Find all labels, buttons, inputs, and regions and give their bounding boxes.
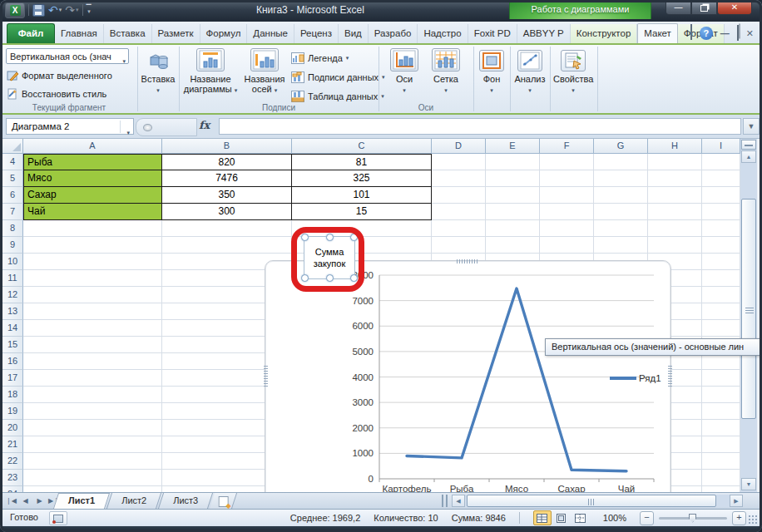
grid-cell[interactable] — [540, 237, 594, 254]
row-header[interactable]: 19 — [2, 403, 23, 420]
axes-button[interactable]: Оси▾ — [388, 48, 421, 96]
column-header[interactable]: I — [702, 139, 740, 154]
ribbon-tab[interactable]: Данные — [247, 24, 294, 43]
grid-cell[interactable] — [648, 170, 702, 187]
grid-cell[interactable] — [702, 220, 740, 237]
zoom-in-button[interactable]: + — [732, 511, 746, 525]
sheet-tab[interactable]: Лист3 — [158, 493, 213, 509]
grid-cell[interactable]: 350 — [162, 187, 292, 204]
grid-cell[interactable] — [648, 204, 702, 220]
grid-cell[interactable] — [702, 320, 740, 337]
undo-button[interactable]: ↶▾ — [48, 2, 62, 17]
scroll-left-arrow[interactable]: ◀ — [452, 495, 465, 507]
grid-cell[interactable] — [23, 387, 162, 403]
resize-handle-top[interactable] — [457, 259, 478, 264]
zoom-slider[interactable] — [659, 517, 727, 520]
grid-cell[interactable] — [23, 220, 162, 237]
grid-cell[interactable]: 81 — [292, 154, 432, 170]
grid-cell[interactable] — [540, 170, 594, 187]
grid-cell[interactable] — [702, 420, 740, 436]
grid-cell[interactable] — [702, 270, 740, 287]
grid-cell[interactable] — [648, 237, 702, 254]
grid-cell[interactable] — [702, 470, 740, 486]
grid-cell[interactable] — [23, 303, 162, 320]
grid-cell[interactable] — [432, 170, 486, 187]
horizontal-scrollbar[interactable] — [465, 495, 730, 507]
grid-cell[interactable] — [648, 154, 702, 170]
minimize-button[interactable]: — — [666, 0, 691, 15]
row-header[interactable]: 18 — [2, 387, 23, 403]
row-header[interactable]: 12 — [2, 287, 23, 303]
grid-cell[interactable] — [162, 237, 292, 254]
formula-input[interactable] — [219, 118, 741, 135]
grid-cell[interactable] — [702, 353, 740, 370]
axis-titles-button[interactable]: Названия осей ▾ — [240, 48, 289, 96]
row-header[interactable]: 4 — [2, 154, 23, 170]
grid-cell[interactable] — [486, 220, 540, 237]
ribbon-tab[interactable]: Вид — [339, 24, 369, 43]
grid-cell[interactable] — [702, 187, 740, 204]
column-header[interactable]: F — [540, 139, 594, 154]
tab-split-handle[interactable] — [442, 495, 448, 507]
ribbon-tab[interactable]: ABBYY P — [517, 24, 571, 43]
tab-file[interactable]: Файл — [7, 23, 55, 43]
resize-handle-right[interactable] — [668, 366, 672, 387]
grid-cell[interactable] — [594, 220, 648, 237]
workbook-restore-button[interactable] — [737, 26, 739, 41]
collapse-ribbon-button[interactable] — [690, 26, 692, 41]
vertical-scroll-thumb[interactable] — [741, 199, 756, 419]
grid-cell[interactable] — [432, 237, 486, 254]
grid-cell[interactable]: 820 — [162, 154, 292, 170]
grid-cell[interactable] — [23, 453, 162, 470]
ribbon-tab[interactable]: Главная — [55, 24, 104, 43]
grid-cell[interactable] — [702, 403, 740, 420]
grid-cell[interactable] — [702, 303, 740, 320]
grid-cell[interactable] — [702, 486, 740, 492]
row-header[interactable]: 10 — [2, 254, 23, 270]
grid-cell[interactable] — [432, 220, 486, 237]
grid-cell[interactable] — [23, 353, 162, 370]
zoom-out-button[interactable]: − — [640, 511, 654, 525]
page-break-view-button[interactable] — [572, 510, 590, 525]
grid-cell[interactable] — [486, 204, 540, 220]
split-handle[interactable] — [741, 140, 756, 150]
column-header[interactable]: A — [23, 139, 162, 154]
grid-cell[interactable] — [702, 287, 740, 303]
row-header[interactable]: 9 — [2, 237, 23, 254]
data-labels-button[interactable]: Подписи данных▾ — [291, 69, 385, 86]
ribbon-tab[interactable]: Конструктор — [571, 24, 638, 43]
ribbon-tab[interactable]: Макет — [637, 23, 678, 43]
select-all-corner[interactable] — [2, 139, 23, 154]
name-box[interactable]: Диаграмма 2 ▾ — [6, 118, 134, 135]
grid-cell[interactable] — [432, 187, 486, 204]
grid-cell[interactable]: Сахар — [23, 187, 162, 204]
insert-function-button[interactable]: fx — [199, 119, 210, 131]
grid-cell[interactable] — [23, 237, 162, 254]
grid-cell[interactable] — [486, 237, 540, 254]
ribbon-tab[interactable]: Foxit PD — [468, 24, 517, 43]
data-table-button[interactable]: Таблица данных▾ — [291, 88, 384, 105]
grid-cell[interactable] — [648, 220, 702, 237]
grid-cell[interactable] — [594, 154, 648, 170]
sheet-tab[interactable]: Лист2 — [106, 493, 161, 509]
properties-button[interactable]: Свойства▾ — [553, 50, 593, 96]
grid-cell[interactable] — [702, 154, 740, 170]
ribbon-tab[interactable]: Разрабо — [369, 24, 418, 43]
grid-cell[interactable] — [702, 370, 740, 387]
formula-bar-expand-button[interactable]: ▼ — [743, 118, 760, 135]
row-header[interactable]: 5 — [2, 170, 23, 187]
column-header[interactable]: C — [292, 139, 432, 154]
grid-cell[interactable] — [23, 287, 162, 303]
grid-cell[interactable] — [23, 470, 162, 486]
grid-cell[interactable] — [432, 154, 486, 170]
grid-cell[interactable] — [594, 204, 648, 220]
ribbon-tab[interactable]: Разметк — [152, 24, 200, 43]
grid-cell[interactable] — [702, 204, 740, 220]
row-header[interactable]: 20 — [2, 420, 23, 436]
row-header[interactable]: 21 — [2, 436, 23, 453]
grid-cell[interactable]: Рыба — [23, 154, 162, 170]
grid-cell[interactable] — [432, 204, 486, 220]
chart-elements-dropdown[interactable]: Вертикальная ось (знач▾ — [6, 48, 129, 64]
ribbon-tab[interactable]: Реценз — [294, 24, 339, 43]
row-header[interactable]: 22 — [2, 453, 23, 470]
